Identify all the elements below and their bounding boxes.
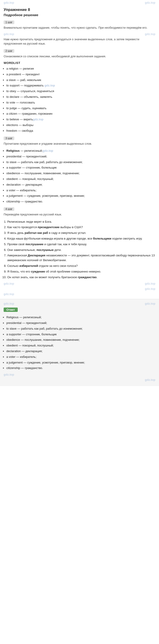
wordlist-item: citizenship — гражданство.: [6, 199, 155, 204]
watermark-left-top: gdz.top: [4, 1, 14, 4]
answer-wordlist-item: a voter — избиратель;: [6, 354, 155, 360]
sentence-item: Я боюсь, что его суждение об этой пробле…: [7, 269, 155, 274]
wordlist-item: a citizen — гражданин, горожанин: [6, 111, 155, 117]
watermark-step1-left: gdz.top: [4, 32, 14, 36]
wordlist-item: a judgement — суждение, усмотрение, приг…: [6, 193, 155, 199]
watermark-mid3-left: gdz.top: [4, 282, 14, 285]
wordlist-item: presidential — президентский;: [6, 154, 155, 160]
wordlist-step3: Religious — религиозный;gdz.toppresident…: [0, 147, 159, 206]
wordlist-label: WORDLIST: [0, 60, 159, 65]
step-2-badge: 2 шаг: [4, 49, 14, 53]
header-watermark-row: gdz.top gdz.top: [0, 0, 159, 5]
answer-label: Ответ: [4, 308, 18, 312]
answer-box: gdz.top gdz.top Ответ Religious — религи…: [0, 299, 159, 386]
answer-wordlist-item: presidential — президентский;: [6, 320, 155, 326]
wordlist-item: to support — поддерживать gdz.top: [6, 83, 155, 88]
page-title: Упражнение 8: [0, 5, 159, 12]
wordlist-item: to slave — работать как раб, работать до…: [6, 160, 155, 165]
wordlist-item: obedience — послушание, повиновение, под…: [6, 170, 155, 176]
answer-wordlist-item: to slave — работать как раб, работать до…: [6, 326, 155, 332]
wordlist-item: to believe — веритьgdz.top: [6, 117, 155, 122]
wordlist-item: to judge — судить, оценивать: [6, 106, 155, 111]
wordlist-step2: a religion — религияa president — презид…: [0, 65, 159, 135]
wordlist-item: declaration — декларация;: [6, 182, 155, 188]
wordlist-item: a president — президент: [6, 72, 155, 77]
answer-wordlist-item: a supporter — сторонник, болельщик: [6, 332, 155, 337]
wordlist-item: freedom — свобода: [6, 128, 155, 134]
answer-wordlist-item: citizenship — гражданство.: [6, 365, 155, 371]
watermark-mid2-right: gdz.top: [145, 287, 155, 290]
sentence-item: Сколько избирателей отдали за него свои …: [7, 263, 155, 269]
answer-watermark-mid2: gdz.top: [0, 372, 159, 377]
watermark-mid3-right: gdz.top: [145, 282, 155, 285]
step-3-badge: 3 шаг: [4, 136, 14, 140]
sentence-item: Религиозные люди верят в Бога.: [7, 219, 155, 225]
step-1-text2: Нам нужно прочитать предложения и догада…: [0, 36, 159, 47]
wordlist-item: to vote — голосовать: [6, 100, 155, 106]
wordlist-item: to declare — объявлять, заявлять: [6, 94, 155, 100]
wordlist-item: a voter — избиратель;: [6, 188, 155, 193]
wordlist-item: elections — выборы: [6, 122, 155, 128]
sentence-item: Они замечательные, послушные дети.: [7, 247, 155, 253]
step-2-text: Ознакомимся со списком лексики, необходи…: [0, 54, 159, 60]
answer-wordlist-item: obedient — покорный, послушный;: [6, 343, 155, 348]
watermark-answer-right: gdz.top: [145, 302, 155, 305]
answer-watermark-mid: gdz.top: [0, 377, 159, 382]
wordlist-item: Religious — религиозный;gdz.top: [6, 148, 155, 154]
watermark-right-top: gdz.top: [145, 1, 155, 4]
watermark-mid-row: gdz.top: [0, 292, 159, 297]
answer-wordlist-item: declaration — декларация;: [6, 348, 155, 354]
sentences-list: Религиозные люди верят в Бога.Как часто …: [0, 218, 159, 281]
watermark-mid2-row: gdz.top: [0, 286, 159, 292]
sentence-item: Американская Декларация независимости — …: [7, 253, 155, 263]
step-4-badge: 4 шаг: [4, 207, 14, 211]
sentence-item: Когда наша футбольная команда играла в д…: [7, 236, 155, 242]
answer-watermark-row: gdz.top gdz.top: [0, 301, 159, 306]
step-3-text: Прочитаем предложения и угадаем значения…: [0, 141, 159, 148]
step-1-text: Внимательно прочитаем задание, чтобы пон…: [0, 25, 159, 32]
wordlist-item: a supporter — сторонник, болельщик: [6, 165, 155, 170]
answer-wordlist-item: Religious — религиозный;: [6, 314, 155, 320]
sentence-item: Я весь день работал как раб в саду и сме…: [7, 230, 155, 236]
wordlist-item: obedient — покорный, послушный;: [6, 176, 155, 182]
step-1-badge: 1 шаг: [4, 20, 14, 24]
sentence-item: Он хотел знать, как он может получить бр…: [7, 274, 155, 280]
answer-wordlist-item: obedience — послушание, повиновение, под…: [6, 337, 155, 343]
watermark-mid3-row: gdz.topgdz.top: [0, 281, 159, 286]
step1-watermark-row: gdz.top gdz.top: [0, 32, 159, 36]
answer-wordlist: Religious — религиозный;presidential — п…: [0, 314, 159, 372]
watermark-step1-right: gdz.top: [145, 32, 155, 36]
wordlist-item: a slave — раб, невольник: [6, 77, 155, 83]
sentence-item: Как часто проводятся президентские выбор…: [7, 224, 155, 230]
watermark-mid-left: gdz.top: [4, 292, 14, 296]
wordlist-item: to obey — слушаться, подчиняться: [6, 88, 155, 94]
watermark-answer-left: gdz.top: [4, 302, 14, 305]
answer-wordlist-item: a judgement — суждение, усмотрение, приг…: [6, 360, 155, 366]
step-4-text: Переведём предложения на русский язык.: [0, 212, 159, 218]
wordlist-item: a religion — религия: [6, 66, 155, 72]
subtitle: Подробное решение: [0, 12, 159, 19]
sentence-item: Прояви своё послушание и сделай так, как…: [7, 242, 155, 247]
